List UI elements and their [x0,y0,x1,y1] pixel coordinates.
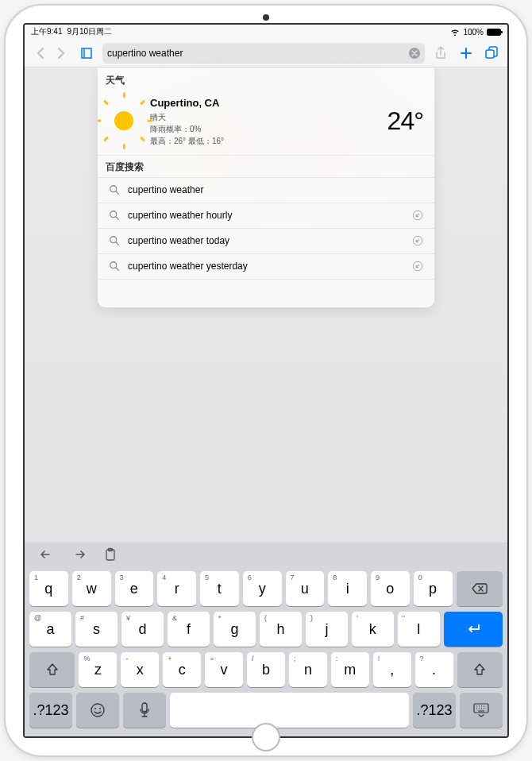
key-d[interactable]: ¥d [121,612,164,647]
fill-arrow-icon[interactable] [412,210,423,221]
search-icon [109,210,120,221]
key-c[interactable]: +c [163,652,201,687]
search-icon [109,184,120,195]
safari-toolbar [25,39,507,68]
suggestion-text: cupertino weather hourly [128,210,404,221]
key-s[interactable]: #s [75,612,118,647]
search-suggestion[interactable]: cupertino weather [98,177,434,203]
suggestion-text: cupertino weather [128,184,423,195]
key-w[interactable]: 2w [72,571,111,606]
sun-icon [109,106,139,136]
svg-rect-13 [142,703,147,712]
wifi-icon [450,28,460,36]
screen: 上午9:41 9月10日周二 100% [23,23,509,738]
search-suggestion[interactable]: cupertino weather hourly [98,203,434,228]
svg-point-12 [99,708,101,709]
keyboard-rows: 1q2w3e4r5t6y7u8i9o0p @a#s¥d&f*g(h)j'k"l … [25,566,507,736]
weather-section-header: 天气 [98,68,434,91]
paste-button[interactable] [102,547,118,562]
key-j[interactable]: )j [306,612,348,647]
key-t[interactable]: 5t [200,571,239,606]
weather-highlow: 最高：26° 最低：16° [150,135,376,147]
status-bar: 上午9:41 9月10日周二 100% [25,25,507,39]
shift-key-right[interactable] [457,652,503,687]
camera-dot [263,14,269,21]
search-suggestion[interactable]: cupertino weather yesterday [98,253,434,279]
key-k[interactable]: 'k [352,612,394,647]
search-icon [109,235,120,246]
key-n[interactable]: ;n [289,652,327,687]
return-key[interactable] [444,612,503,647]
key-e[interactable]: 3e [115,571,154,606]
keyboard-toolbar [25,543,507,566]
key-r[interactable]: 4r [157,571,196,606]
tabs-button[interactable] [482,44,501,63]
search-section-header: 百度搜索 [98,155,434,177]
weather-card[interactable]: Cupertino, CA 晴天 降雨概率：0% 最高：26° 最低：16° 2… [98,91,434,155]
key-u[interactable]: 7u [286,571,325,606]
back-button[interactable] [31,44,50,63]
key-p[interactable]: 0p [414,571,453,606]
key-a[interactable]: @a [29,612,71,647]
backspace-key[interactable] [457,571,503,606]
key-q[interactable]: 1q [29,571,68,606]
clear-button[interactable] [409,48,420,59]
svg-point-11 [94,708,96,709]
key-o[interactable]: 9o [371,571,410,606]
key-i[interactable]: 8i [328,571,367,606]
key-,[interactable]: !, [373,652,411,687]
redo-button[interactable] [71,547,87,562]
key-z[interactable]: %z [79,652,117,687]
emoji-key[interactable] [76,693,119,728]
numbers-key-left[interactable]: .?123 [29,693,72,728]
key-x[interactable]: -x [121,652,159,687]
suggestion-text: cupertino weather yesterday [128,261,404,272]
key-l[interactable]: "l [398,612,440,647]
status-time: 上午9:41 [31,26,62,37]
search-icon [109,261,120,272]
space-key[interactable] [170,693,409,728]
search-input[interactable] [107,48,404,59]
new-tab-button[interactable] [457,44,476,63]
weather-precip: 降雨概率：0% [150,123,376,135]
fill-arrow-icon[interactable] [412,235,423,246]
undo-button[interactable] [39,547,55,562]
share-button[interactable] [431,44,450,63]
key-b[interactable]: /b [247,652,285,687]
dismiss-keyboard-key[interactable] [460,693,503,728]
key-m[interactable]: :m [331,652,369,687]
key-g[interactable]: *g [214,612,256,647]
battery-icon [487,29,501,36]
numbers-key-right[interactable]: .?123 [413,693,456,728]
weather-condition: 晴天 [150,111,376,123]
home-button[interactable] [252,723,280,751]
key-y[interactable]: 6y [243,571,282,606]
bookmarks-button[interactable] [77,44,96,63]
key-v[interactable]: =v [205,652,243,687]
svg-point-10 [91,704,104,717]
fill-arrow-icon[interactable] [412,261,423,272]
suggestions-spacer [98,279,434,307]
suggestions-panel: 天气 Cupertino, CA [98,68,434,307]
weather-details: Cupertino, CA 晴天 降雨概率：0% 最高：26° 最低：16° [150,95,376,147]
suggestion-text: cupertino weather today [128,235,404,246]
svg-rect-0 [486,50,494,58]
battery-text: 100% [463,28,484,37]
weather-temperature: 24° [387,106,423,136]
forward-button[interactable] [52,44,71,63]
keyboard: 1q2w3e4r5t6y7u8i9o0p @a#s¥d&f*g(h)j'k"l … [25,543,507,736]
key-.[interactable]: ?. [415,652,453,687]
shift-key-left[interactable] [29,652,75,687]
weather-location: Cupertino, CA [150,95,376,111]
ipad-frame: 上午9:41 9月10日周二 100% [4,4,528,757]
page-content: 天气 Cupertino, CA [25,68,507,736]
address-bar[interactable] [102,43,425,64]
search-suggestion[interactable]: cupertino weather today [98,228,434,253]
dictation-key[interactable] [123,693,166,728]
key-f[interactable]: &f [168,612,210,647]
status-date: 9月10日周二 [67,26,112,37]
key-h[interactable]: (h [260,612,302,647]
